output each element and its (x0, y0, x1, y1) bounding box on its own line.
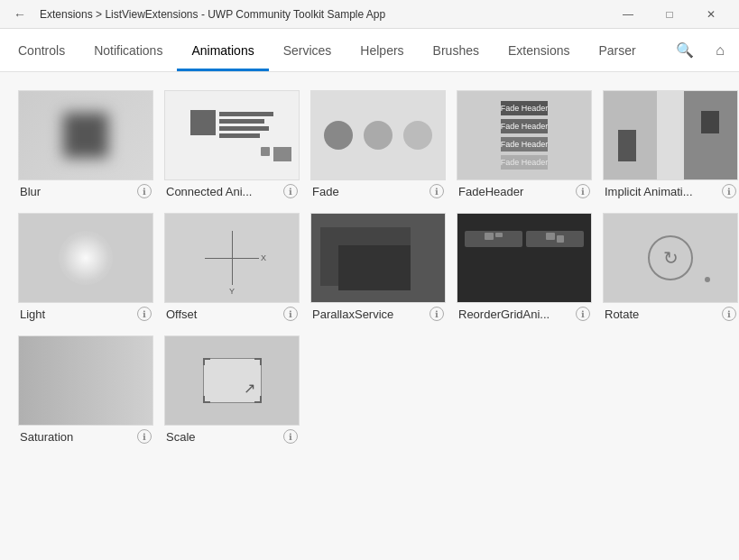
tiles-grid: Blur ℹ (18, 90, 721, 447)
offset-vline (232, 231, 233, 285)
info-icon-rotate[interactable]: ℹ (722, 307, 736, 321)
tile-thumb-fadeheader: Fade Header Fade Header Fade Header Fade… (457, 90, 592, 180)
connected-line-2 (219, 119, 264, 124)
tile-thumb-implicit (603, 90, 738, 180)
tile-label-connected: Connected Ani... ℹ (164, 180, 300, 202)
tile-label-blur: Blur ℹ (18, 180, 153, 202)
tile-thumb-saturation (18, 335, 153, 426)
search-button[interactable]: 🔍 (665, 29, 705, 71)
tile-rotate[interactable]: ↻ Rotate ℹ (603, 213, 738, 325)
tile-offset[interactable]: X Y Offset ℹ (164, 213, 300, 325)
tile-label-fadeheader: FadeHeader ℹ (457, 180, 592, 202)
tile-label-offset: Offset ℹ (164, 303, 300, 325)
minimize-button[interactable]: — (607, 0, 649, 29)
tile-implicit[interactable]: Implicit Animati... ℹ (603, 90, 738, 202)
tile-scale[interactable]: ↗ Scale ℹ (164, 335, 300, 447)
tile-fade[interactable]: Fade ℹ (310, 90, 446, 202)
nav-spacer (651, 29, 666, 71)
info-icon-blur[interactable]: ℹ (137, 184, 152, 198)
tile-label-reorder: ReorderGridAni... ℹ (457, 303, 592, 325)
implicit-rect2 (701, 111, 719, 133)
nav-item-services[interactable]: Services (269, 29, 346, 71)
info-icon-saturation[interactable]: ℹ (137, 429, 152, 444)
search-icon: 🔍 (676, 41, 694, 59)
info-icon-reorder[interactable]: ℹ (576, 307, 590, 321)
scale-corner-tr (254, 358, 262, 365)
fade-circle-3 (403, 121, 432, 150)
close-button[interactable]: ✕ (690, 0, 732, 29)
light-glow (59, 231, 113, 285)
content-area: Blur ℹ (0, 72, 739, 560)
fadeheader-bar-3: Fade Header (501, 137, 549, 151)
svg-rect-3 (557, 235, 564, 243)
scale-corner-bl (203, 396, 210, 403)
info-icon-connected[interactable]: ℹ (283, 184, 298, 198)
svg-rect-2 (546, 233, 555, 240)
tile-thumb-fade (310, 90, 446, 180)
info-icon-parallax[interactable]: ℹ (430, 307, 444, 321)
scale-box: ↗ (203, 358, 262, 403)
connected-lines (219, 110, 273, 138)
info-icon-fadeheader[interactable]: ℹ (576, 184, 590, 198)
fadeheader-bar-4: Fade Header (501, 155, 549, 170)
connected-small-sq (273, 147, 291, 161)
home-icon: ⌂ (716, 42, 725, 59)
info-icon-implicit[interactable]: ℹ (722, 184, 736, 198)
tile-label-parallax: ParallaxService ℹ (310, 303, 446, 325)
tile-thumb-offset: X Y (164, 213, 300, 303)
window-controls: — □ ✕ (607, 0, 732, 29)
nav-item-animations[interactable]: Animations (177, 29, 268, 71)
back-button[interactable]: ← (7, 2, 32, 27)
fadeheader-bar-2: Fade Header (501, 119, 549, 133)
tile-connected-ani[interactable]: Connected Ani... ℹ (164, 90, 300, 202)
fade-circle-1 (324, 121, 353, 150)
connected-line-1 (219, 112, 273, 116)
parallax-front (338, 245, 411, 290)
info-icon-offset[interactable]: ℹ (283, 307, 298, 321)
tile-reorder[interactable]: ReorderGridAni... ℹ (457, 213, 592, 325)
connected-dot (261, 147, 270, 156)
tile-label-implicit: Implicit Animati... ℹ (603, 180, 738, 202)
fadeheader-bar-1: Fade Header (501, 101, 549, 115)
nav-item-parser[interactable]: Parser (584, 29, 650, 71)
implicit-rect1 (618, 130, 636, 161)
nav-item-brushes[interactable]: Brushes (419, 29, 494, 71)
offset-x-label: X (261, 253, 266, 262)
rotate-dot (705, 277, 710, 282)
nav-item-helpers[interactable]: Helpers (346, 29, 418, 71)
info-icon-light[interactable]: ℹ (137, 307, 152, 321)
nav-item-notifications[interactable]: Notifications (79, 29, 177, 71)
maximize-button[interactable]: □ (649, 0, 690, 29)
scale-arrow: ↗ (244, 380, 255, 397)
tile-label-saturation: Saturation ℹ (18, 426, 153, 447)
tile-light[interactable]: Light ℹ (18, 213, 153, 325)
tile-label-rotate: Rotate ℹ (603, 303, 738, 325)
tile-thumb-rotate: ↻ (603, 213, 738, 303)
nav-item-controls[interactable]: Controls (4, 29, 79, 71)
reorder-item-1 (465, 231, 522, 247)
fade-circle-2 (364, 121, 393, 150)
tile-saturation[interactable]: Saturation ℹ (18, 335, 153, 447)
title-bar: ← Extensions > ListViewExtensions - UWP … (0, 0, 739, 29)
blur-square (63, 113, 108, 158)
connected-line-3 (219, 126, 269, 131)
scale-corner-br (254, 396, 262, 403)
tile-parallax[interactable]: ParallaxService ℹ (310, 213, 446, 325)
tile-blur[interactable]: Blur ℹ (18, 90, 153, 202)
tile-thumb-light (18, 213, 153, 303)
window-title: Extensions > ListViewExtensions - UWP Co… (32, 8, 607, 21)
tile-label-fade: Fade ℹ (310, 180, 446, 202)
offset-y-label: Y (229, 287, 235, 296)
rotate-circle: ↻ (648, 235, 693, 280)
tile-thumb-blur (18, 90, 153, 180)
info-icon-fade[interactable]: ℹ (430, 184, 444, 198)
reorder-item-2 (526, 231, 584, 247)
tile-fadeheader[interactable]: Fade Header Fade Header Fade Header Fade… (457, 90, 592, 202)
nav-item-extensions[interactable]: Extensions (494, 29, 584, 71)
home-button[interactable]: ⌂ (705, 29, 735, 71)
nav-bar: Controls Notifications Animations Servic… (0, 29, 739, 72)
tile-thumb-reorder (457, 213, 592, 303)
info-icon-scale[interactable]: ℹ (283, 429, 298, 444)
scale-corner-tl (203, 358, 210, 365)
connected-square (190, 110, 216, 135)
